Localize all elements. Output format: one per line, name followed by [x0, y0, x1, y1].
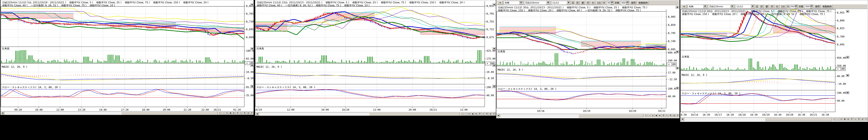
- chart-tool-button-5[interactable]: D: [850, 117, 854, 121]
- chart-tool-button-7[interactable]: B: [669, 114, 672, 117]
- horizontal-scrollbar[interactable]: ◀+−⊕▣▶DLB@X: [1, 111, 253, 115]
- chart-plot-area[interactable]: 8,8358,7958,7558,7158,675425.00175.0019.…: [255, 0, 496, 112]
- chart-tool-button-5[interactable]: D: [662, 114, 665, 117]
- chevron-down-icon[interactable]: ▼: [567, 1, 570, 4]
- chevron-down-icon[interactable]: ▼: [731, 5, 734, 8]
- scrollbar-track[interactable]: [4, 112, 218, 114]
- chart-tool-button-7[interactable]: B: [243, 111, 246, 115]
- chart-tool-button-6[interactable]: L: [665, 114, 669, 117]
- chart-tool-button-7[interactable]: B: [485, 112, 489, 116]
- chart-tool-button-3[interactable]: ▣: [655, 114, 658, 117]
- chart-tool-button-6[interactable]: L: [854, 117, 857, 121]
- period-button-4[interactable]: 1分: [596, 1, 602, 5]
- horizontal-scrollbar[interactable]: ◀+−⊕▣▶DLB@X: [255, 112, 496, 116]
- contract-dropdown[interactable]: 11/12▼: [735, 5, 755, 8]
- contract-dropdown[interactable]: 11/12▼: [551, 1, 571, 5]
- chart-tool-button-6[interactable]: L: [482, 112, 485, 116]
- chart-tool-button-0[interactable]: +: [218, 111, 222, 115]
- volume-bar: [592, 61, 592, 66]
- scroll-left-button[interactable]: ◀: [496, 114, 500, 117]
- chart-plot-area[interactable]: 8,8008,7658,7308,6958,660180.0065.0010.0…: [1, 0, 254, 111]
- minute-spinner[interactable]: 60▲▼: [790, 5, 798, 8]
- volume-bar: [538, 62, 538, 66]
- chart-tool-button-4[interactable]: ▶: [846, 117, 850, 121]
- horizontal-scrollbar[interactable]: ◀+−⊕▣▶DLB@X: [496, 114, 679, 117]
- chart-tool-button-5[interactable]: D: [478, 112, 482, 116]
- chart-tool-button-9[interactable]: X: [492, 112, 496, 116]
- chart-tool-button-2[interactable]: ⊕: [651, 114, 655, 117]
- chart-plot-area[interactable]: 8,9558,8908,8258,7608,695950.00350.0040.…: [680, 0, 868, 117]
- period-button-3[interactable]: 分: [591, 1, 595, 5]
- scrollbar-thumb[interactable]: [121, 112, 218, 115]
- scrollbar-track[interactable]: [684, 118, 832, 120]
- chart-tool-button-9[interactable]: X: [250, 111, 253, 115]
- chart-tool-button-0[interactable]: +: [644, 114, 647, 117]
- chart-tool-button-8[interactable]: @: [861, 117, 864, 121]
- chart-tool-button-1[interactable]: −: [464, 112, 467, 116]
- chart-tool-button-4[interactable]: ▶: [474, 112, 478, 116]
- chart-tool-button-3[interactable]: ▣: [843, 117, 846, 121]
- candle-body: [375, 23, 376, 23]
- chart-tool-button-4[interactable]: ▶: [658, 114, 662, 117]
- count-spinner[interactable]: 300▲▼: [620, 1, 629, 5]
- axis-label: 200.00: [668, 59, 677, 62]
- period-button-0[interactable]: 日: [575, 1, 580, 5]
- chart-tool-button-1[interactable]: −: [647, 114, 651, 117]
- scrollbar-thumb[interactable]: [369, 112, 460, 116]
- scroll-left-button[interactable]: ◀: [1, 111, 4, 115]
- period-button-2[interactable]: 月: [770, 5, 774, 8]
- apply-button[interactable]: 適用: [630, 1, 637, 5]
- scrollbar-thumb[interactable]: [579, 114, 644, 117]
- scroll-left-button[interactable]: ◀: [255, 112, 259, 116]
- period-button-3[interactable]: 分: [775, 5, 779, 8]
- toolbar-collapse-button[interactable]: ▼: [497, 1, 503, 5]
- period-button-1[interactable]: 週: [581, 1, 585, 5]
- chart-tool-button-9[interactable]: X: [864, 117, 868, 121]
- chart-tool-button-0[interactable]: +: [832, 117, 836, 121]
- period-button-0[interactable]: 日: [759, 5, 764, 8]
- chart-tool-button-2[interactable]: ⊕: [467, 112, 471, 116]
- chart-tool-button-cluster: +−⊕▣▶DLB@X: [832, 117, 868, 121]
- category-dropdown[interactable]: 先物▼: [688, 5, 707, 8]
- chevron-down-icon[interactable]: ▼: [547, 1, 550, 4]
- scrollbar-thumb[interactable]: [765, 118, 832, 121]
- chevron-down-icon[interactable]: ▼: [519, 1, 523, 4]
- horizontal-scrollbar[interactable]: ◀+−⊕▣▶DLB@X: [680, 117, 868, 121]
- volume-bar: [516, 65, 516, 66]
- chart-tool-button-0[interactable]: +: [460, 112, 464, 116]
- chart-tool-button-3[interactable]: ▣: [471, 112, 474, 116]
- multi-symbol-button[interactable]: 複数銘柄: [822, 5, 833, 8]
- chart-tool-button-7[interactable]: B: [857, 117, 861, 121]
- chart-tool-button-4[interactable]: ▶: [232, 111, 236, 115]
- scrollbar-track[interactable]: [500, 114, 644, 117]
- chart-plot-area[interactable]: 8,9058,8508,7958,7408,685600.00200.0017.…: [496, 0, 680, 114]
- chart-tool-button-2[interactable]: ⊕: [839, 117, 843, 121]
- chart-tool-button-9[interactable]: X: [676, 114, 679, 117]
- chevron-down-icon[interactable]: ▼: [751, 5, 754, 8]
- apply-button[interactable]: 適用: [814, 5, 820, 8]
- chart-tool-button-8[interactable]: @: [672, 114, 676, 117]
- symbol-dropdown[interactable]: 日経225mini▼: [708, 5, 735, 8]
- chart-tool-button-6[interactable]: L: [239, 111, 243, 115]
- chart-tool-button-5[interactable]: D: [236, 111, 239, 115]
- multi-symbol-button[interactable]: 複数銘柄: [638, 1, 649, 5]
- count-spinner[interactable]: 300▲▼: [804, 5, 813, 8]
- period-button-1[interactable]: 週: [765, 5, 769, 8]
- scrollbar-track[interactable]: [259, 112, 460, 115]
- scroll-left-button[interactable]: ◀: [680, 117, 684, 121]
- chart-tool-button-8[interactable]: @: [489, 112, 492, 116]
- category-dropdown[interactable]: 先物▼: [504, 1, 523, 5]
- period-button-4[interactable]: 1分: [780, 5, 786, 8]
- volume-bar: [334, 62, 335, 63]
- chart-tool-button-2[interactable]: ⊕: [225, 111, 229, 115]
- volume-bar: [698, 70, 698, 70]
- minute-spinner[interactable]: 30▲▼: [606, 1, 614, 5]
- chevron-down-icon[interactable]: ▼: [703, 5, 707, 8]
- chart-tool-button-8[interactable]: @: [246, 111, 250, 115]
- chart-tool-button-1[interactable]: −: [222, 111, 225, 115]
- toolbar-collapse-button[interactable]: ▼: [681, 5, 687, 8]
- symbol-dropdown[interactable]: 日経225mini▼: [524, 1, 551, 5]
- chart-tool-button-1[interactable]: −: [836, 117, 839, 121]
- period-button-2[interactable]: 月: [586, 1, 590, 5]
- chart-tool-button-3[interactable]: ▣: [229, 111, 232, 115]
